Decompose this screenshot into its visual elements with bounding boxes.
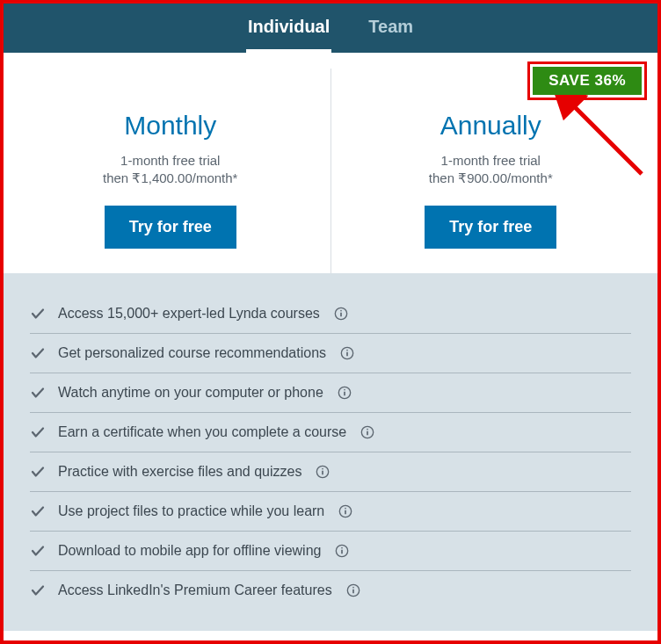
check-icon <box>30 385 46 401</box>
feature-text: Practice with exercise files and quizzes <box>58 464 301 480</box>
save-badge-highlight: SAVE 36% <box>527 62 647 100</box>
svg-point-13 <box>367 429 368 431</box>
feature-item: Practice with exercise files and quizzes <box>30 452 631 492</box>
svg-point-19 <box>345 508 346 510</box>
info-icon[interactable] <box>338 386 352 400</box>
feature-item: Get personalized course recommendations <box>30 334 631 373</box>
plan-title: Monthly <box>28 111 313 141</box>
info-icon[interactable] <box>335 544 349 558</box>
check-icon <box>30 306 46 322</box>
tab-team[interactable]: Team <box>367 4 415 53</box>
feature-text: Get personalized course recommendations <box>58 345 326 361</box>
feature-item: Download to mobile app for offline viewi… <box>30 532 631 571</box>
plan-price-text: then ₹900.00/month* <box>349 170 634 186</box>
feature-text: Download to mobile app for offline viewi… <box>58 543 321 559</box>
svg-point-7 <box>346 350 348 351</box>
plan-card-annually: SAVE 36% Annually 1-month free trial the… <box>331 69 651 273</box>
plan-card-monthly: Monthly 1-month free trial then ₹1,400.0… <box>11 69 331 273</box>
save-badge: SAVE 36% <box>533 67 642 95</box>
feature-text: Access 15,000+ expert-led Lynda courses <box>58 306 320 322</box>
feature-item: Earn a certificate when you complete a c… <box>30 413 631 452</box>
info-icon[interactable] <box>338 504 352 518</box>
page-container: Individual Team Monthly 1-month free tri… <box>0 0 661 644</box>
plan-title: Annually <box>349 111 634 141</box>
pricing-row: Monthly 1-month free trial then ₹1,400.0… <box>4 53 657 273</box>
feature-item: Use project files to practice while you … <box>30 492 631 532</box>
check-icon <box>30 464 46 480</box>
feature-text: Use project files to practice while you … <box>58 503 324 519</box>
svg-point-22 <box>342 547 344 549</box>
feature-text: Earn a certificate when you complete a c… <box>58 424 346 440</box>
info-icon[interactable] <box>316 465 330 479</box>
plan-trial-text: 1-month free trial <box>28 153 313 168</box>
features-list: Access 15,000+ expert-led Lynda coursesG… <box>4 273 657 631</box>
try-free-button-monthly[interactable]: Try for free <box>105 206 236 249</box>
plan-trial-text: 1-month free trial <box>349 153 634 168</box>
tab-individual[interactable]: Individual <box>246 4 331 53</box>
info-icon[interactable] <box>334 307 348 321</box>
feature-item: Access 15,000+ expert-led Lynda courses <box>30 294 631 334</box>
svg-point-16 <box>323 468 324 470</box>
try-free-button-annually[interactable]: Try for free <box>425 206 556 249</box>
svg-point-4 <box>340 310 342 312</box>
svg-point-10 <box>344 389 345 391</box>
info-icon[interactable] <box>346 583 360 597</box>
feature-item: Access LinkedIn's Premium Career feature… <box>30 571 631 610</box>
check-icon <box>30 424 46 440</box>
plan-tabs: Individual Team <box>4 4 657 53</box>
check-icon <box>30 345 46 361</box>
check-icon <box>30 582 46 598</box>
check-icon <box>30 503 46 519</box>
plan-price-text: then ₹1,400.00/month* <box>28 170 313 186</box>
info-icon[interactable] <box>340 346 354 360</box>
svg-point-25 <box>352 587 354 589</box>
feature-text: Watch anytime on your computer or phone <box>58 385 323 401</box>
feature-text: Access LinkedIn's Premium Career feature… <box>58 582 332 598</box>
info-icon[interactable] <box>360 425 374 439</box>
check-icon <box>30 543 46 559</box>
feature-item: Watch anytime on your computer or phone <box>30 373 631 413</box>
